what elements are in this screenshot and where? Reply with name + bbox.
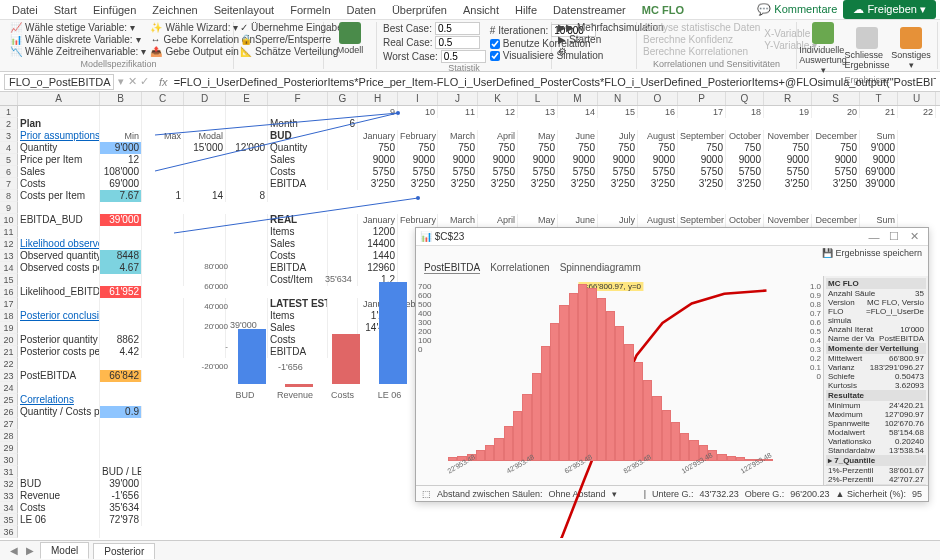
- formula-bar: FLO_o_PostEBITDA ▾ ✕ ✓ fx =FLO_i_UserDef…: [0, 72, 940, 92]
- abstand-icon[interactable]: ⬚: [422, 489, 431, 499]
- formula-text[interactable]: =FLO_i_UserDefined_PosteriorItems*Price_…: [174, 76, 936, 88]
- spreadsheet-grid[interactable]: A B C D E F G H I J K L M N O P Q R S T …: [0, 92, 940, 538]
- berechne-korr: Berechne Korrelationen: [643, 46, 760, 57]
- simulation-window: 📊 $C$23 — ☐ ✕ 💾 Ergebnisse speichern Pos…: [415, 227, 929, 502]
- analyse-stat: Analyse statistische Daten: [643, 22, 760, 33]
- simwin-title: 📊 $C$23: [420, 231, 464, 242]
- uebernehme[interactable]: ✓ Übernehme Eingabe: [240, 22, 317, 33]
- menu-mcflo[interactable]: MC FLO: [634, 2, 692, 18]
- obere-input[interactable]: 96'200.23: [790, 489, 829, 499]
- group-label-statistik: Statistik: [383, 63, 545, 73]
- menu-zeichnen[interactable]: Zeichnen: [144, 2, 205, 18]
- maximize-icon[interactable]: ☐: [884, 230, 904, 243]
- chk-visualisiere[interactable]: [490, 51, 500, 61]
- group-label-korr: Korrelationen und Sensitivitäten: [643, 59, 790, 69]
- real-case-input[interactable]: [435, 36, 480, 49]
- comments-button[interactable]: 💬 Kommentare: [757, 3, 837, 16]
- stats-panel: MC FLO Anzahl Säule35VersionMC FLO, Vers…: [823, 276, 928, 485]
- save-results[interactable]: 💾 Ergebnisse speichern: [822, 248, 922, 258]
- sonstiges-icon: [900, 27, 922, 49]
- starten[interactable]: ▶ Starten: [558, 34, 630, 45]
- tab-postebitda[interactable]: PostEBITDA: [424, 262, 480, 274]
- tab-nav-prev[interactable]: ◀: [8, 545, 20, 556]
- name-box[interactable]: FLO_o_PostEBITDA: [4, 74, 114, 90]
- sicherheit-input[interactable]: 95: [912, 489, 922, 499]
- sonstiges[interactable]: Sonstiges ▾: [891, 27, 931, 70]
- minimize-icon[interactable]: —: [864, 231, 884, 243]
- tab-model[interactable]: Model: [40, 542, 89, 559]
- tab-korrelationen[interactable]: Korrelationen: [490, 262, 549, 274]
- menu-start[interactable]: Start: [46, 2, 85, 18]
- var-stetig[interactable]: 📈 Wähle stetige Variable: ▾: [10, 22, 146, 33]
- schliesse-erg: Schliesse Ergebnisse: [847, 27, 887, 70]
- menu-formeln[interactable]: Formeln: [282, 2, 338, 18]
- ribbon: 📈 Wähle stetige Variable: ▾ 📊 Wähle disk…: [0, 20, 940, 72]
- share-button[interactable]: ☁ Freigeben ▾: [843, 0, 936, 19]
- indiv-auswertung[interactable]: Individuelle Auswertung ▾: [803, 22, 843, 75]
- mehrfachsim[interactable]: ▶▶ Mehrfachsimulation: [558, 22, 630, 33]
- menu-einfuegen[interactable]: Einfügen: [85, 2, 144, 18]
- sim-misc[interactable]: ⚙: [558, 46, 630, 57]
- menu-daten[interactable]: Daten: [339, 2, 384, 18]
- schaetze[interactable]: 📐 Schätze Verteilung: [240, 46, 317, 57]
- menu-hilfe[interactable]: Hilfe: [507, 2, 545, 18]
- group-label-modell: Modellspezifikation: [10, 59, 227, 69]
- var-zeit[interactable]: 📉 Wähle Zeitreihenvariable: ▾: [10, 46, 146, 57]
- fx-icon[interactable]: fx: [159, 76, 168, 88]
- modell-icon: [339, 22, 361, 44]
- menu-ueberpruefen[interactable]: Überprüfen: [384, 2, 455, 18]
- berechne-konf: Berechne Konfidenz: [643, 34, 760, 45]
- menu-datei[interactable]: Datei: [4, 2, 46, 18]
- menubar: Datei Start Einfügen Zeichnen Seitenlayo…: [0, 0, 940, 20]
- chk-korrelation[interactable]: [490, 39, 500, 49]
- var-diskret[interactable]: 📊 Wähle diskrete Variable: ▾: [10, 34, 146, 45]
- menu-ansicht[interactable]: Ansicht: [455, 2, 507, 18]
- close-icon[interactable]: ✕: [904, 230, 924, 243]
- tab-spinnen[interactable]: Spinnendiagramm: [560, 262, 641, 274]
- modell-button[interactable]: Modell: [330, 22, 370, 55]
- worst-case-input[interactable]: [441, 50, 486, 63]
- best-case-input[interactable]: [435, 22, 480, 35]
- tab-posterior[interactable]: Posterior: [93, 543, 155, 559]
- embedded-bar-chart: 80'000 60'000 40'000 20'000 - -20'000 39…: [200, 262, 420, 402]
- menu-datenstreamer[interactable]: Datenstreamer: [545, 2, 634, 18]
- menu-seitenlayout[interactable]: Seitenlayout: [206, 2, 283, 18]
- tab-nav-next[interactable]: ▶: [24, 545, 36, 556]
- sheet-tabs: ◀ ▶ Model Posterior: [0, 540, 940, 560]
- schliesse-icon: [856, 27, 878, 49]
- indiv-icon: [812, 22, 834, 44]
- sperre[interactable]: 🔒 Sperre/Entsperre: [240, 34, 317, 45]
